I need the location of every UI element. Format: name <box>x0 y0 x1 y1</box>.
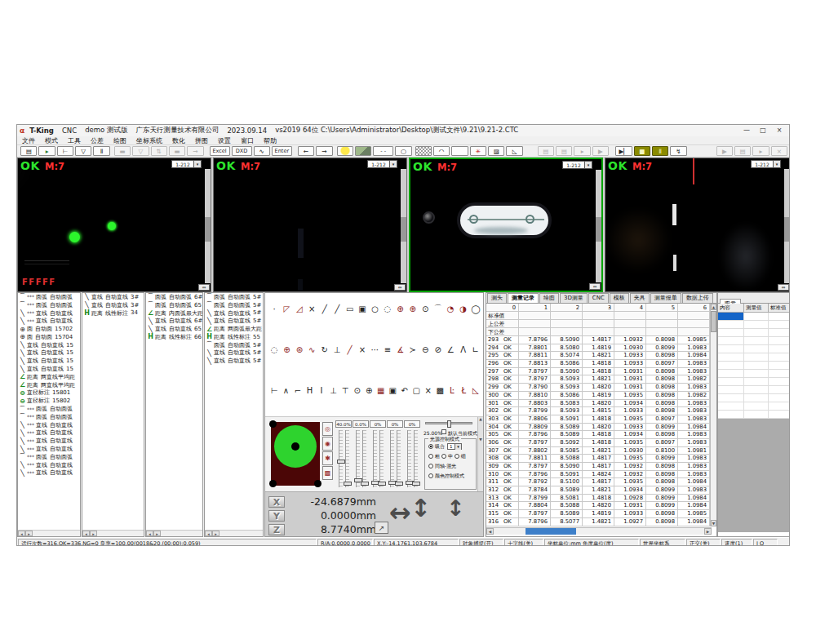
tab-夹具[interactable]: 夹具 <box>630 293 650 303</box>
toolbar-button-30[interactable]: ▶▏ <box>615 146 632 156</box>
list-item-直线[interactable]: ╲直线自动直线15 <box>18 349 80 358</box>
toolbar-button-29[interactable]: ▶ <box>592 146 609 156</box>
slider-thumb[interactable] <box>344 482 352 486</box>
slider-track[interactable] <box>379 430 384 487</box>
palette-tool-icon-0-11[interactable]: ⊕ <box>407 304 419 313</box>
measurement-row[interactable]: 310OK7.87968.50911.48241.09320.80981.098… <box>486 471 712 479</box>
scroll-left-icon[interactable]: ◂ <box>205 531 212 536</box>
measurement-row[interactable]: 302OK7.87998.50931.48151.09330.80981.098… <box>486 407 712 415</box>
palette-tool-icon-0-10[interactable]: ⊕ <box>394 304 406 313</box>
radio-selected[interactable] <box>428 444 433 449</box>
palette-tool-icon-2-0[interactable]: ⊢ <box>268 386 280 395</box>
palette-tool-icon-1-16[interactable]: ∟ <box>470 345 481 354</box>
palette-tool-icon-2-16[interactable]: Ł <box>458 386 469 395</box>
palette-tool-icon-1-8[interactable]: ⋯ <box>370 345 381 354</box>
palette-tool-icon-1-9[interactable]: ≡ <box>382 345 393 354</box>
toolbar-button-15[interactable]: → <box>316 146 332 156</box>
tab-CNC[interactable]: CNC <box>588 293 609 303</box>
measurement-row[interactable]: 296OK7.88138.50861.48181.09330.80971.098… <box>486 360 712 368</box>
grid-tolerance-row[interactable]: 上公差 <box>486 320 712 328</box>
slider-thumb[interactable] <box>412 482 420 486</box>
list-item-距离[interactable]: H距离线性标注66 <box>146 333 202 341</box>
palette-tool-icon-0-4[interactable]: ╱ <box>319 304 330 313</box>
palette-tool-icon-0-0[interactable]: · <box>268 304 280 313</box>
palette-tool-icon-2-9[interactable]: ▦ <box>375 386 387 395</box>
list-item-直线[interactable]: ╲***直线自动直线 <box>18 469 80 477</box>
palette-tool-icon-2-7[interactable]: ⊙ <box>352 386 363 395</box>
palette-tool-icon-2-14[interactable]: ▩ <box>434 386 446 395</box>
palette-tool-icon-1-10[interactable]: ∡ <box>394 345 406 354</box>
palette-tool-icon-2-12[interactable]: ▢ <box>410 386 422 395</box>
element-row[interactable] <box>718 362 790 370</box>
element-row[interactable] <box>718 321 790 329</box>
resize-grip-icon[interactable]: ⇔ <box>198 284 210 291</box>
toolbar-button-14[interactable]: ← <box>298 146 314 156</box>
measurement-row[interactable]: 301OK7.88038.50831.48201.09340.80981.098… <box>486 400 712 408</box>
toolbar-button-28[interactable]: ▸ <box>574 146 590 156</box>
minimize-button[interactable]: — <box>738 125 755 135</box>
radio-粗[interactable] <box>428 454 433 459</box>
y-jog-arrow-icon[interactable]: ↕ <box>410 494 431 522</box>
list-item-距离[interactable]: H距离线性标注34 <box>82 309 144 318</box>
palette-tool-icon-0-5[interactable]: ╱ <box>331 304 343 313</box>
list-item-直线[interactable]: ╲直线自动直线3# <box>82 301 144 309</box>
list-item-圆弧[interactable]: ⌒圆弧自动圆弧65 <box>146 301 202 309</box>
toolbar-button-21[interactable]: ◠ <box>433 146 450 156</box>
palette-tool-icon-1-12[interactable]: ⊖ <box>419 345 431 354</box>
toolbar-button-19[interactable] <box>395 146 411 156</box>
menu-item-数化[interactable]: 数化 <box>167 136 190 145</box>
camera-range-select[interactable]: 1-212▾ <box>562 161 592 169</box>
palette-tool-icon-2-15[interactable]: Ŀ <box>446 386 458 395</box>
toolbar-button-1[interactable]: ▸ <box>38 146 55 156</box>
toolbar-button-20[interactable] <box>415 146 432 156</box>
palette-tool-icon-0-8[interactable]: ○ <box>370 304 381 313</box>
ring-light-preview[interactable] <box>271 422 320 486</box>
menu-item-文件[interactable]: 文件 <box>17 136 40 145</box>
palette-tool-icon-1-6[interactable]: ╱ <box>344 345 356 354</box>
toolbar-button-5[interactable]: ▬ <box>114 146 131 156</box>
light-preset-button-3[interactable]: ▩ <box>322 466 333 480</box>
palette-tool-icon-1-3[interactable]: ∿ <box>306 345 317 354</box>
palette-tool-icon-2-4[interactable]: I <box>316 386 327 395</box>
palette-tool-icon-2-13[interactable]: × <box>423 386 434 395</box>
scroll-left-icon[interactable]: ◂ <box>18 531 25 536</box>
palette-tool-icon-2-5[interactable]: ⊥ <box>328 386 339 395</box>
list-item-圆弧[interactable]: ⌒***圆弧自动圆弧 <box>18 301 80 309</box>
palette-tool-icon-1-14[interactable]: ∠ <box>445 345 456 354</box>
palette-tool-icon-1-7[interactable]: × <box>357 345 368 354</box>
tab-测量报单[interactable]: 测量报单 <box>650 293 681 303</box>
toolbar-button-33[interactable]: ↯ <box>670 146 686 156</box>
resize-grip-icon[interactable]: ⇔ <box>589 283 601 290</box>
palette-tool-icon-2-1[interactable]: ∧ <box>281 386 292 395</box>
list-item-距离[interactable]: ∠距离两圆弧最大距 <box>205 325 263 333</box>
palette-tool-icon-1-11[interactable]: ≻ <box>407 345 419 354</box>
list-item-直线[interactable]: ╲***直线自动直线 <box>18 317 80 325</box>
camera-scrollbar[interactable] <box>784 169 790 283</box>
palette-tool-icon-1-15[interactable]: Λ <box>458 345 469 354</box>
scroll-right-icon[interactable]: ▸ <box>212 531 220 536</box>
camera-range-select[interactable]: 1-212▾ <box>367 160 397 168</box>
element-row[interactable] <box>718 345 790 353</box>
tab-测头[interactable]: 测头 <box>487 293 507 303</box>
element-row[interactable] <box>718 411 790 419</box>
default-mode-checkbox[interactable] <box>441 429 446 434</box>
slider-thumb[interactable] <box>378 482 386 486</box>
toolbar-button-9[interactable]: → <box>187 146 203 156</box>
panel-hscrollbar[interactable]: ◂▸ <box>18 530 80 536</box>
palette-tool-icon-0-14[interactable]: ◔ <box>445 304 456 313</box>
palette-tool-icon-0-2[interactable]: ◿ <box>294 304 305 313</box>
scroll-right-icon[interactable]: ▸ <box>153 531 161 536</box>
palette-tool-icon-0-13[interactable]: ⌒ <box>432 303 444 314</box>
scroll-right-icon[interactable]: ▸ <box>90 531 97 536</box>
list-item-直线[interactable]: ╲直线自动直线15 <box>18 357 80 365</box>
toolbar-button-11[interactable]: DXD <box>232 146 252 156</box>
palette-tool-icon-1-5[interactable]: ⊥ <box>331 345 343 354</box>
chevron-down-icon[interactable]: ▾ <box>193 161 201 167</box>
slider-track[interactable] <box>390 430 394 487</box>
maximize-button[interactable]: □ <box>755 125 771 135</box>
menu-item-工具[interactable]: 工具 <box>63 136 86 145</box>
panel-hscrollbar[interactable]: ◂▸ <box>146 530 202 536</box>
slider-track[interactable] <box>414 430 418 487</box>
list-item-直线[interactable]: ╲***直线自动直线 <box>18 309 80 318</box>
grid-tolerance-row[interactable]: 下公差 <box>486 328 712 336</box>
